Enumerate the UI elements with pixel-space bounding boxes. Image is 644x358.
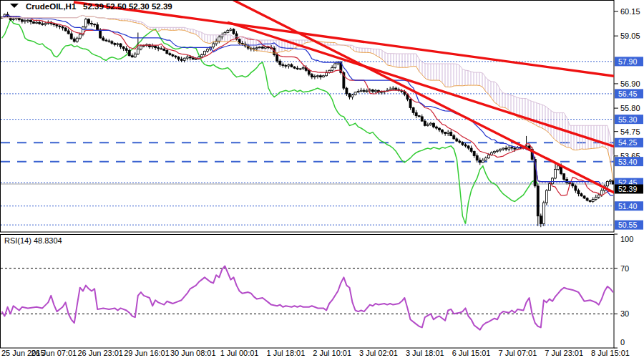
candle-body — [299, 69, 301, 69]
time-axis-label: 26 Jun 07:01 — [31, 349, 77, 357]
candle-body — [175, 56, 177, 57]
candle-body — [505, 148, 507, 149]
candle-body — [514, 148, 516, 149]
candle-body — [542, 203, 545, 224]
candle-body — [308, 70, 310, 74]
candle-body — [479, 160, 481, 163]
time-axis-label: 26 Jun 23:01 — [77, 349, 123, 357]
price-axis-label: 59.05 — [620, 32, 640, 40]
candle-body — [79, 34, 81, 38]
candle-body — [552, 178, 554, 184]
current-price-badge-label: 52.39 — [618, 185, 637, 193]
candle-body — [282, 64, 284, 65]
candle-body — [360, 90, 362, 91]
rsi-scale-label: 70 — [620, 264, 629, 273]
candle-body — [108, 41, 110, 42]
rsi-label: RSI(14) 48.8304 — [4, 236, 62, 245]
candle-body — [572, 184, 574, 186]
candle-body — [610, 180, 612, 182]
candle-body — [436, 127, 438, 128]
candle-body — [354, 92, 356, 95]
candle-body — [586, 198, 588, 200]
candle-body — [122, 47, 125, 48]
candle-body — [213, 44, 215, 47]
candle-body — [462, 142, 464, 145]
candle-body — [157, 48, 160, 49]
candle-body — [395, 88, 397, 90]
time-axis-label: 3 Jul 02:01 — [359, 349, 398, 357]
candle-body — [111, 42, 113, 43]
candle-body — [39, 22, 41, 24]
candle-body — [548, 184, 550, 190]
candle-body — [424, 121, 426, 125]
price-axis-label: 60.15 — [620, 7, 640, 16]
candle-body — [459, 141, 461, 142]
candle-body — [262, 47, 264, 49]
rsi-scale-label: 0 — [620, 338, 625, 347]
candle-body — [125, 49, 127, 50]
candle-body — [600, 190, 602, 195]
candle-body — [70, 34, 72, 39]
candle-body — [426, 125, 429, 125]
candle-body — [580, 194, 582, 196]
candle-body — [88, 19, 90, 24]
candle-body — [418, 116, 420, 117]
candle-body — [26, 20, 29, 21]
candle-body — [545, 190, 547, 203]
price-level-badge-label: 54.25 — [618, 138, 637, 147]
candle-body — [224, 33, 226, 35]
candle-body — [555, 169, 557, 178]
candle-body — [128, 50, 130, 55]
candle-body — [84, 19, 87, 27]
rsi-scale[interactable]: 10070300 — [614, 234, 633, 348]
candle-body — [595, 197, 597, 199]
time-axis[interactable]: 25 Jun 201526 Jun 07:0126 Jun 23:0129 Ju… — [1, 349, 630, 357]
candle-body — [326, 72, 328, 75]
candle-body — [432, 123, 434, 127]
candle-body — [117, 44, 119, 44]
candle-body — [9, 16, 11, 19]
candle-body — [152, 46, 154, 47]
time-axis-label: 7 Jul 07:01 — [498, 349, 537, 357]
candle-body — [53, 24, 55, 25]
candle-body — [371, 90, 374, 92]
candle-body — [439, 128, 441, 130]
candle-body — [499, 149, 502, 150]
candle-body — [67, 31, 69, 34]
candle-body — [415, 112, 417, 115]
candle-body — [494, 151, 496, 153]
candle-body — [566, 179, 568, 183]
candle-body — [597, 195, 600, 197]
candle-body — [537, 186, 539, 216]
price-axis-label: 55.80 — [620, 104, 640, 112]
candle-body — [311, 74, 313, 77]
candle-body — [24, 21, 26, 21]
candle-body — [334, 64, 336, 68]
candle-body — [186, 57, 188, 59]
candle-body — [163, 49, 165, 50]
candle-body — [192, 58, 194, 59]
candle-body — [589, 200, 591, 202]
candle-body — [140, 46, 142, 49]
candle-body — [381, 92, 383, 92]
candle-body — [508, 147, 510, 149]
price-axis[interactable]: 60.1559.0556.9055.8054.7553.6557.9056.45… — [614, 7, 643, 230]
candle-body — [134, 54, 136, 57]
price-level-badge-label: 57.90 — [618, 57, 637, 66]
candle-body — [21, 19, 23, 21]
candle-body — [429, 123, 431, 125]
candle-body — [218, 37, 220, 42]
candle-body — [276, 55, 278, 62]
time-axis-label: 1 Jul 00:01 — [220, 349, 259, 357]
candle-body — [76, 38, 78, 42]
candle-body — [131, 56, 133, 57]
time-axis-label: 7 Jul 23:01 — [545, 349, 583, 357]
candle-body — [444, 132, 447, 134]
candle-body — [583, 196, 585, 198]
candle-body — [296, 68, 298, 69]
candle-body — [502, 148, 504, 149]
price-level-badge-label: 56.45 — [618, 90, 637, 98]
candle-body — [351, 95, 353, 97]
candle-body — [105, 40, 107, 41]
candle-body — [255, 48, 258, 49]
